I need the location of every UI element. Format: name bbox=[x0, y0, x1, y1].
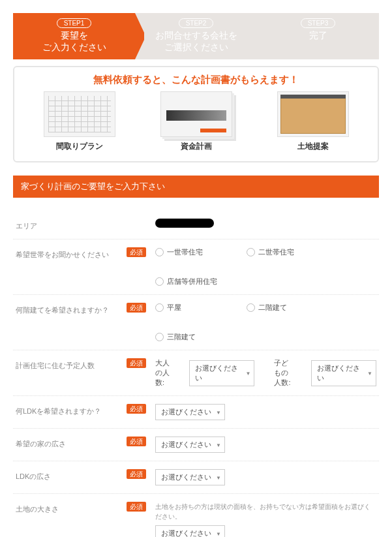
radio-household-1[interactable]: 一世帯住宅 bbox=[155, 247, 227, 257]
radio-floor-1[interactable]: 平屋 bbox=[155, 303, 227, 313]
land-icon bbox=[277, 91, 349, 137]
radio-household-3[interactable]: 店舗等併用住宅 bbox=[155, 277, 227, 286]
promo-title: 無料依頼すると、こんな計画書がもらえます！ bbox=[21, 74, 371, 86]
select-ldk-num[interactable]: お選びください bbox=[155, 404, 225, 420]
select-children[interactable]: お選びください bbox=[311, 360, 376, 386]
step-2-badge: STEP2 bbox=[179, 18, 214, 28]
label-house-size: 希望の家の広さ bbox=[16, 437, 127, 449]
radio-floor-2[interactable]: 二階建て bbox=[247, 303, 318, 313]
label-land-size: 土地の大きさ bbox=[16, 502, 127, 514]
promo-item-plan: 間取りプラン bbox=[44, 91, 115, 152]
required-badge: 必須 bbox=[127, 247, 146, 257]
label-ldk-num: 何LDKを希望されますか？ bbox=[16, 404, 127, 416]
select-house-size[interactable]: お選びください bbox=[155, 437, 225, 453]
step-2: STEP2 お問合せする会社をご選択ください bbox=[135, 13, 257, 59]
radio-household-2[interactable]: 二世帯住宅 bbox=[247, 247, 318, 257]
floorplan-icon bbox=[44, 91, 115, 137]
form-header: 家づくり計画のご要望をご入力下さい bbox=[13, 176, 379, 198]
promo-item-land: 土地提案 bbox=[277, 91, 349, 152]
step-3-badge: STEP3 bbox=[301, 18, 336, 28]
area-value-redacted bbox=[155, 219, 214, 228]
step-1-badge: STEP1 bbox=[57, 18, 92, 28]
radio-floor-3[interactable]: 三階建て bbox=[155, 332, 227, 342]
label-people: 計画住宅に住む予定人数 bbox=[16, 358, 127, 371]
label-area: エリア bbox=[16, 219, 127, 231]
select-ldk-size[interactable]: お選びください bbox=[155, 469, 225, 485]
label-household: 希望世帯をお聞かせください bbox=[16, 247, 127, 260]
label-floors: 何階建てを希望されますか？ bbox=[16, 303, 127, 315]
select-land-size[interactable]: お選びください bbox=[155, 525, 225, 537]
step-3: STEP3 完了 bbox=[257, 13, 379, 59]
step-1: STEP1 要望をご入力ください bbox=[13, 13, 135, 59]
label-ldk-size: LDKの広さ bbox=[16, 469, 127, 482]
documents-icon bbox=[160, 91, 232, 137]
progress-steps: STEP1 要望をご入力ください STEP2 お問合せする会社をご選択ください … bbox=[13, 13, 379, 59]
select-adults[interactable]: お選びください bbox=[189, 360, 254, 386]
label-adults: 大人の人数: bbox=[155, 358, 170, 388]
promo-box: 無料依頼すると、こんな計画書がもらえます！ 間取りプラン 資金計画 土地提案 bbox=[13, 66, 379, 162]
promo-item-fund: 資金計画 bbox=[160, 91, 232, 152]
label-children: 子どもの人数: bbox=[274, 358, 292, 388]
land-note: 土地をお持ちの方は現状の面積を、お持ちでない方は希望面積をお選びください。 bbox=[155, 502, 376, 521]
